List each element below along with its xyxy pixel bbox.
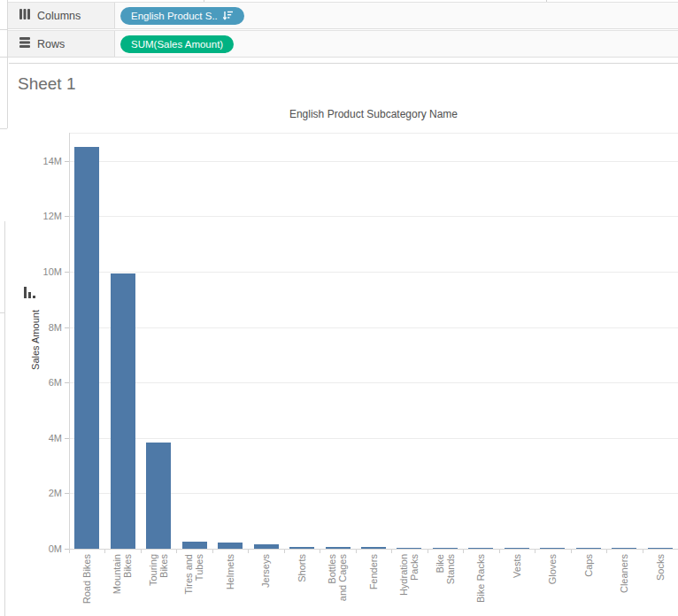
x-axis-label-inner: Bike Racks <box>463 554 498 616</box>
gridline-8M <box>70 327 678 328</box>
rows-pill[interactable]: SUM(Sales Amount) <box>120 35 234 53</box>
x-axis-label-text: Bike Stands <box>435 554 456 616</box>
x-tick-2 <box>141 550 142 553</box>
x-axis-label-inner: Bottles and Cages <box>320 554 355 616</box>
bar-hydration-packs[interactable] <box>397 548 421 549</box>
bar-bike-racks[interactable] <box>468 548 493 549</box>
x-axis-label-mountain-bikes[interactable]: Mountain Bikes <box>104 554 140 616</box>
x-axis-label-bottles-and-cages[interactable]: Bottles and Cages <box>320 554 355 616</box>
sort-descending-icon[interactable] <box>223 11 234 20</box>
x-tick-12 <box>499 550 500 553</box>
x-tick-11 <box>463 550 464 553</box>
x-axis-label-fenders[interactable]: Fenders <box>356 554 391 616</box>
x-axis-label-inner: Tires and Tubes <box>176 554 212 616</box>
y-tick-label-12M: 12M <box>21 211 62 221</box>
x-axis-label-road-bikes[interactable]: Road Bikes <box>69 554 104 616</box>
x-tick-13 <box>535 550 535 553</box>
x-axis-label-helmets[interactable]: Helmets <box>212 554 248 616</box>
rows-shelf-label: Rows <box>37 38 65 50</box>
x-axis-line <box>69 549 678 550</box>
y-tick-6M <box>65 382 69 383</box>
columns-icon <box>19 8 31 24</box>
tableau-sheet-view: Columns English Product S.. <box>0 0 678 616</box>
x-axis-label-text: Touring Bikes <box>148 554 169 616</box>
x-axis-label-inner: Touring Bikes <box>141 554 176 616</box>
x-axis-label-text: Mountain Bikes <box>112 554 134 616</box>
x-tick-1 <box>104 550 105 553</box>
x-axis-label-bike-stands[interactable]: Bike Stands <box>428 554 463 616</box>
y-tick-label-4M: 4M <box>21 433 62 443</box>
x-axis-label-inner: Jerseys <box>248 554 283 616</box>
bar-helmets[interactable] <box>218 543 243 549</box>
y-tick-label-8M: 8M <box>21 322 62 333</box>
rows-pill-label: SUM(Sales Amount) <box>131 39 223 50</box>
x-tick-0 <box>69 550 70 553</box>
sheet-card <box>9 63 678 616</box>
x-axis-label-text: Bike Racks <box>475 554 486 616</box>
x-axis-label-shorts[interactable]: Shorts <box>284 554 320 616</box>
bar-mountain-bikes[interactable] <box>111 273 135 549</box>
y-tick-2M <box>65 493 69 494</box>
x-axis-label-inner: Mountain Bikes <box>104 554 140 616</box>
bar-cleaners[interactable] <box>612 548 636 549</box>
bar-gloves[interactable] <box>540 548 565 549</box>
bar-jerseys[interactable] <box>254 544 279 549</box>
x-axis-label-jerseys[interactable]: Jerseys <box>248 554 283 616</box>
x-tick-4 <box>212 550 213 553</box>
columns-pill[interactable]: English Product S.. <box>120 7 244 25</box>
left-panel-divider <box>0 57 7 58</box>
x-tick-6 <box>284 550 285 553</box>
x-axis-label-inner: Helmets <box>212 554 248 616</box>
x-axis-label-touring-bikes[interactable]: Touring Bikes <box>141 554 176 616</box>
bar-tires-and-tubes[interactable] <box>182 542 207 549</box>
y-tick-8M <box>65 327 69 328</box>
columns-pill-label: English Product S.. <box>131 11 218 21</box>
x-axis-label-cleaners[interactable]: Cleaners <box>606 554 642 616</box>
bar-road-bikes[interactable] <box>74 147 99 549</box>
x-axis-label-inner: Hydration Packs <box>391 554 427 616</box>
x-axis-label-inner: Shorts <box>284 554 320 616</box>
x-axis-label-inner: Gloves <box>535 554 570 616</box>
x-tick-8 <box>356 550 357 553</box>
x-axis-label-text: Hydration Packs <box>398 554 420 616</box>
bar-vests[interactable] <box>505 548 529 549</box>
columns-shelf[interactable]: Columns English Product S.. <box>8 2 678 29</box>
bar-bottles-and-cages[interactable] <box>326 547 351 549</box>
x-axis-label-hydration-packs[interactable]: Hydration Packs <box>391 554 427 616</box>
bar-caps[interactable] <box>576 548 601 549</box>
bar-touring-bikes[interactable] <box>146 443 171 549</box>
x-axis-label-bike-racks[interactable]: Bike Racks <box>463 554 498 616</box>
y-tick-4M <box>65 438 69 439</box>
x-axis-label-tires-and-tubes[interactable]: Tires and Tubes <box>176 554 212 616</box>
x-axis-label-inner: Vests <box>499 554 535 616</box>
x-axis-label-text: Fenders <box>368 554 379 616</box>
columns-shelf-label: Columns <box>37 10 81 22</box>
x-axis-label-text: Road Bikes <box>81 554 92 616</box>
x-axis-label-caps[interactable]: Caps <box>571 554 606 616</box>
bar-bike-stands[interactable] <box>433 548 458 549</box>
x-tick-14 <box>571 550 572 553</box>
y-tick-12M <box>65 216 69 217</box>
gridline-10M <box>70 272 678 273</box>
bar-socks[interactable] <box>648 548 673 549</box>
gridline-6M <box>70 382 678 383</box>
gridline-14M <box>70 161 678 162</box>
x-axis-label-gloves[interactable]: Gloves <box>535 554 570 616</box>
x-axis-label-vests[interactable]: Vests <box>499 554 535 616</box>
gridline-4M <box>70 438 678 439</box>
y-tick-label-6M: 6M <box>21 377 62 388</box>
x-axis-label-text: Gloves <box>547 554 558 616</box>
bar-shorts[interactable] <box>289 547 314 549</box>
left-panel-divider <box>0 128 7 129</box>
bar-fenders[interactable] <box>361 547 386 549</box>
y-tick-label-0M: 0M <box>21 543 62 554</box>
x-axis-label-text: Vests <box>512 554 522 616</box>
y-tick-label-2M: 2M <box>21 488 62 498</box>
x-tick-5 <box>248 550 249 553</box>
x-axis-label-text: Jerseys <box>261 554 272 616</box>
x-axis-label-inner: Socks <box>643 554 678 616</box>
x-axis-label-socks[interactable]: Socks <box>643 554 678 616</box>
rows-shelf[interactable]: Rows SUM(Sales Amount) <box>8 30 678 58</box>
x-axis-label-text: Bottles and Cages <box>327 554 349 616</box>
y-tick-label-14M: 14M <box>21 156 62 166</box>
